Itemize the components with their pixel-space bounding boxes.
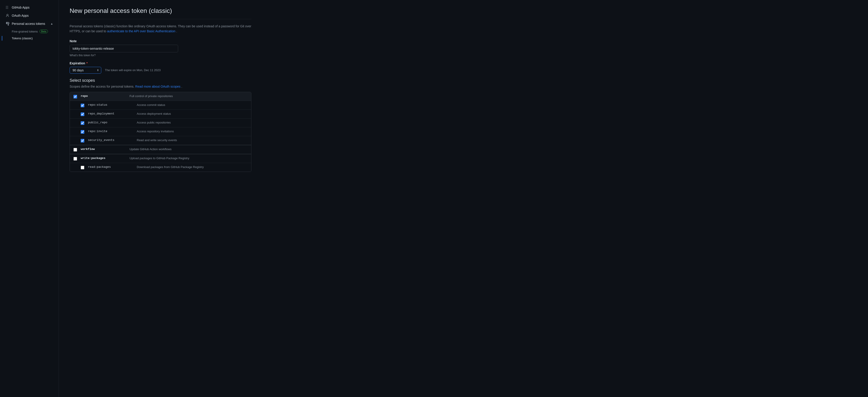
scope-row-repo-status: repo:status Access commit status	[70, 101, 251, 110]
note-form-group: Note What's this token for?	[70, 39, 251, 57]
scope-checkbox-public-repo[interactable]	[81, 121, 84, 125]
oauth-link[interactable]: authenticate to the API over Basic Authe…	[107, 29, 176, 33]
scope-row-public-repo: public_repo Access public repositories	[70, 119, 251, 127]
scope-name-workflow: workflow	[81, 147, 126, 151]
scopes-description: Scopes define the access for personal to…	[70, 85, 251, 88]
oauth-scopes-link[interactable]: Read more about OAuth scopes	[135, 85, 180, 88]
scope-desc-repo-invite: Access repository invitations	[137, 130, 248, 133]
scope-desc-repo-status: Access commit status	[137, 103, 248, 107]
expiration-label: Expiration *	[70, 61, 251, 65]
scope-name-public-repo: public_repo	[88, 121, 133, 124]
scope-name-repo-invite: repo:invite	[88, 130, 133, 133]
scope-name-security-events: security_events	[88, 138, 133, 142]
beta-badge: Beta	[39, 30, 48, 33]
scope-name-repo-status: repo:status	[88, 103, 133, 107]
required-marker: *	[86, 61, 88, 65]
sidebar-item-label: GitHub Apps	[12, 6, 53, 9]
scope-checkbox-read-packages[interactable]	[81, 166, 84, 169]
scope-desc-read-packages: Download packages from GitHub Package Re…	[137, 165, 248, 169]
key-icon	[5, 22, 9, 26]
sidebar-item-oauth-apps[interactable]: OAuth Apps	[2, 12, 57, 20]
expiration-note: The token will expire on Mon, Dec 11 202…	[105, 68, 160, 72]
expiration-row: 7 days 30 days 60 days 90 days Custom...…	[70, 67, 251, 74]
scope-name-write-packages: write:packages	[81, 157, 126, 160]
page-title: New personal access token (classic)	[70, 7, 251, 19]
scope-row-security-events: security_events Read and write security …	[70, 136, 251, 145]
scope-row-workflow: workflow Update GitHub Action workflows	[70, 145, 251, 154]
description-text-2: .	[176, 29, 177, 33]
sub-item-label: Tokens (classic)	[12, 37, 33, 40]
scope-desc-public-repo: Access public repositories	[137, 121, 248, 124]
scope-checkbox-repo-deployment[interactable]	[81, 112, 84, 116]
description: Personal access tokens (classic) functio…	[70, 24, 251, 34]
scope-row-repo-deployment: repo_deployment Access deployment status	[70, 110, 251, 119]
scope-checkbox-repo-status[interactable]	[81, 104, 84, 107]
scope-desc-workflow: Update GitHub Action workflows	[129, 147, 248, 151]
expiration-form-group: Expiration * 7 days 30 days 60 days 90 d…	[70, 61, 251, 74]
scope-row-repo: repo Full control of private repositorie…	[70, 92, 251, 101]
scope-desc-repo-deployment: Access deployment status	[137, 112, 248, 115]
scope-desc-security-events: Read and write security events	[137, 138, 248, 142]
sidebar-item-label: OAuth Apps	[12, 14, 53, 18]
scope-row-write-packages: write:packages Upload packages to GitHub…	[70, 154, 251, 163]
scope-row-read-packages: read:packages Download packages from Git…	[70, 163, 251, 172]
sub-item-label: Fine-grained tokens	[12, 30, 38, 33]
note-hint: What's this token for?	[70, 54, 251, 57]
sidebar-item-personal-access-tokens[interactable]: Personal access tokens ▲	[2, 20, 57, 28]
scope-name-read-packages: read:packages	[88, 165, 133, 169]
scope-name-repo: repo	[81, 94, 126, 98]
scope-checkbox-repo-invite[interactable]	[81, 130, 84, 134]
note-label: Note	[70, 39, 251, 43]
sidebar: GitHub Apps OAuth Apps Personal access t…	[0, 0, 59, 397]
main-content: New personal access token (classic) Pers…	[59, 0, 262, 397]
sidebar-item-tokens-classic[interactable]: Tokens (classic)	[2, 35, 57, 41]
scopes-form-group: Select scopes Scopes define the access f…	[70, 78, 251, 172]
note-input[interactable]	[70, 45, 178, 53]
scope-checkbox-repo[interactable]	[73, 95, 77, 98]
scopes-title: Select scopes	[70, 78, 251, 83]
scope-checkbox-write-packages[interactable]	[73, 157, 77, 161]
scope-name-repo-deployment: repo_deployment	[88, 112, 133, 115]
scope-desc-write-packages: Upload packages to GitHub Package Regist…	[129, 157, 248, 160]
grid-icon	[5, 5, 9, 9]
chevron-up-icon: ▲	[51, 22, 53, 25]
sidebar-item-github-apps[interactable]: GitHub Apps	[2, 4, 57, 11]
scope-checkbox-workflow[interactable]	[73, 148, 77, 152]
sidebar-item-fine-grained-tokens[interactable]: Fine-grained tokens Beta	[2, 28, 57, 35]
expiration-select-wrapper: 7 days 30 days 60 days 90 days Custom...…	[70, 67, 101, 74]
scope-row-repo-invite: repo:invite Access repository invitation…	[70, 127, 251, 136]
scope-desc-repo: Full control of private repositories	[129, 94, 248, 98]
scope-checkbox-security-events[interactable]	[81, 139, 84, 142]
scopes-table: repo Full control of private repositorie…	[70, 92, 251, 172]
sidebar-item-label: Personal access tokens	[12, 22, 48, 26]
person-icon	[5, 13, 9, 18]
expiration-select[interactable]: 7 days 30 days 60 days 90 days Custom...…	[70, 67, 101, 74]
